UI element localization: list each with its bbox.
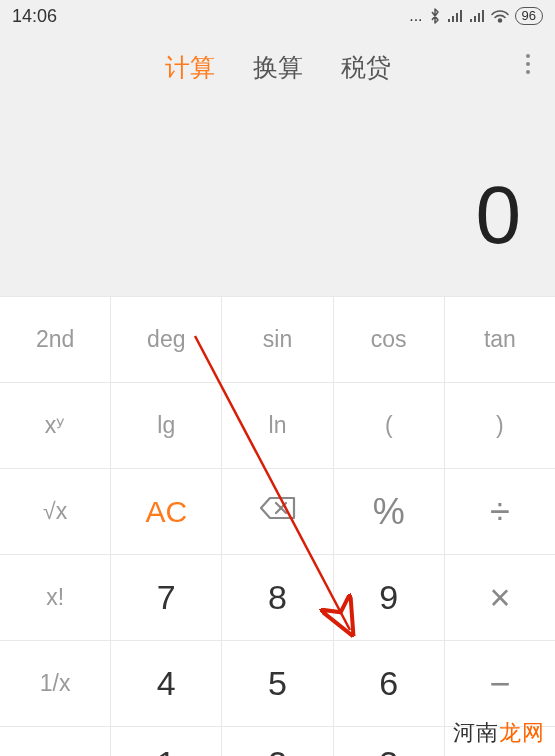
tab-calc[interactable]: 计算 [165, 51, 215, 84]
key-ln[interactable]: ln [222, 383, 333, 468]
key-1[interactable]: 1 [111, 727, 222, 756]
svg-point-2 [526, 62, 530, 66]
display: 0 [0, 102, 555, 296]
key-lparen[interactable]: ( [334, 383, 445, 468]
status-right: ... 96 [409, 7, 543, 25]
backspace-icon [258, 494, 298, 529]
tab-row: 计算 换算 税贷 [0, 32, 555, 102]
key-multiply[interactable]: × [445, 555, 555, 640]
key-percent[interactable]: % [334, 469, 445, 554]
signal-icon-2 [469, 9, 485, 23]
more-menu-icon[interactable] [525, 53, 531, 81]
key-divide[interactable]: ÷ [445, 469, 555, 554]
key-backspace[interactable] [222, 469, 333, 554]
keypad: 2nd deg sin cos tan xʸ lg ln ( ) √x AC %… [0, 296, 555, 756]
key-sqrt[interactable]: √x [0, 469, 111, 554]
battery-badge: 96 [515, 7, 543, 25]
svg-point-1 [526, 54, 530, 58]
key-xy[interactable]: xʸ [0, 383, 111, 468]
key-sin[interactable]: sin [222, 297, 333, 382]
key-factorial[interactable]: x! [0, 555, 111, 640]
key-2nd[interactable]: 2nd [0, 297, 111, 382]
key-lg[interactable]: lg [111, 383, 222, 468]
key-2[interactable]: 2 [222, 727, 333, 756]
svg-point-0 [498, 19, 501, 22]
key-cos[interactable]: cos [334, 297, 445, 382]
signal-icon-1 [447, 9, 463, 23]
key-ac[interactable]: AC [111, 469, 222, 554]
key-tan[interactable]: tan [445, 297, 555, 382]
display-value: 0 [475, 168, 521, 262]
watermark: 河南龙网 [453, 718, 545, 748]
wifi-icon [491, 9, 509, 23]
key-3[interactable]: 3 [334, 727, 445, 756]
more-dots-icon: ... [409, 7, 422, 25]
key-5[interactable]: 5 [222, 641, 333, 726]
svg-point-3 [526, 70, 530, 74]
key-pi[interactable]: π [0, 727, 111, 756]
status-time: 14:06 [12, 6, 57, 27]
key-4[interactable]: 4 [111, 641, 222, 726]
watermark-part2: 龙网 [499, 720, 545, 745]
key-7[interactable]: 7 [111, 555, 222, 640]
tab-convert[interactable]: 换算 [253, 51, 303, 84]
key-deg[interactable]: deg [111, 297, 222, 382]
key-6[interactable]: 6 [334, 641, 445, 726]
key-8[interactable]: 8 [222, 555, 333, 640]
key-rparen[interactable]: ) [445, 383, 555, 468]
key-reciprocal[interactable]: 1/x [0, 641, 111, 726]
tab-tax[interactable]: 税贷 [341, 51, 391, 84]
key-minus[interactable]: − [445, 641, 555, 726]
key-9[interactable]: 9 [334, 555, 445, 640]
status-bar: 14:06 ... 96 [0, 0, 555, 32]
watermark-part1: 河南 [453, 720, 499, 745]
bluetooth-icon [429, 8, 441, 24]
